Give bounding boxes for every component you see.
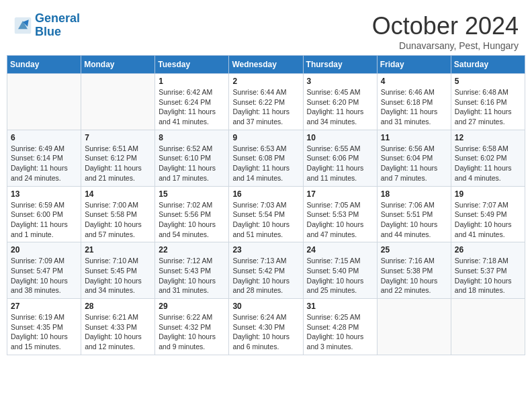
day-number: 9 xyxy=(232,133,299,142)
day-info: Sunrise: 7:05 AMSunset: 5:53 PMDaylight:… xyxy=(307,200,373,240)
day-number: 7 xyxy=(85,133,151,142)
day-number: 10 xyxy=(307,133,373,142)
day-number: 17 xyxy=(307,189,373,199)
calendar-cell: 22Sunrise: 7:12 AMSunset: 5:43 PMDayligh… xyxy=(155,242,229,299)
logo-icon xyxy=(13,16,32,35)
calendar-cell: 4Sunrise: 6:46 AMSunset: 6:18 PMDaylight… xyxy=(377,74,451,130)
logo: General Blue xyxy=(13,12,80,39)
calendar-cell: 29Sunrise: 6:22 AMSunset: 4:32 PMDayligh… xyxy=(155,299,229,355)
logo-text: General Blue xyxy=(35,12,80,39)
day-info: Sunrise: 7:06 AMSunset: 5:51 PMDaylight:… xyxy=(381,200,447,240)
logo-general: General xyxy=(35,11,80,25)
day-number: 20 xyxy=(11,245,77,255)
logo-blue: Blue xyxy=(35,25,61,38)
calendar-week-row: 27Sunrise: 6:19 AMSunset: 4:35 PMDayligh… xyxy=(7,299,525,355)
calendar-cell: 31Sunrise: 6:25 AMSunset: 4:28 PMDayligh… xyxy=(303,299,377,355)
calendar-cell: 21Sunrise: 7:10 AMSunset: 5:45 PMDayligh… xyxy=(81,242,155,299)
day-number: 23 xyxy=(232,245,299,255)
calendar-cell: 7Sunrise: 6:51 AMSunset: 6:12 PMDaylight… xyxy=(81,130,155,186)
weekday-header: Monday xyxy=(81,56,155,74)
calendar-cell xyxy=(377,299,451,355)
calendar-cell: 2Sunrise: 6:44 AMSunset: 6:22 PMDaylight… xyxy=(229,74,303,130)
calendar-cell: 18Sunrise: 7:06 AMSunset: 5:51 PMDayligh… xyxy=(377,186,451,242)
day-info: Sunrise: 6:22 AMSunset: 4:32 PMDaylight:… xyxy=(159,312,225,352)
day-info: Sunrise: 6:24 AMSunset: 4:30 PMDaylight:… xyxy=(232,312,299,352)
day-info: Sunrise: 7:12 AMSunset: 5:43 PMDaylight:… xyxy=(159,256,225,295)
calendar-cell xyxy=(81,74,155,130)
day-number: 19 xyxy=(455,189,521,199)
day-info: Sunrise: 6:42 AMSunset: 6:24 PMDaylight:… xyxy=(159,87,225,127)
day-info: Sunrise: 6:51 AMSunset: 6:12 PMDaylight:… xyxy=(85,144,151,183)
day-number: 28 xyxy=(85,302,151,311)
calendar-week-row: 6Sunrise: 6:49 AMSunset: 6:14 PMDaylight… xyxy=(7,130,525,186)
day-info: Sunrise: 6:25 AMSunset: 4:28 PMDaylight:… xyxy=(307,312,373,352)
day-number: 31 xyxy=(307,302,373,311)
weekday-header: Sunday xyxy=(7,56,81,74)
day-info: Sunrise: 6:56 AMSunset: 6:04 PMDaylight:… xyxy=(381,144,447,183)
calendar-cell: 26Sunrise: 7:18 AMSunset: 5:37 PMDayligh… xyxy=(451,242,525,299)
calendar-body: 1Sunrise: 6:42 AMSunset: 6:24 PMDaylight… xyxy=(7,74,525,355)
day-number: 16 xyxy=(232,189,299,199)
day-info: Sunrise: 6:19 AMSunset: 4:35 PMDaylight:… xyxy=(11,312,77,352)
day-info: Sunrise: 7:15 AMSunset: 5:40 PMDaylight:… xyxy=(307,256,373,295)
day-info: Sunrise: 6:53 AMSunset: 6:08 PMDaylight:… xyxy=(232,144,299,183)
day-info: Sunrise: 6:48 AMSunset: 6:16 PMDaylight:… xyxy=(455,87,521,127)
day-info: Sunrise: 7:13 AMSunset: 5:42 PMDaylight:… xyxy=(232,256,299,295)
day-number: 2 xyxy=(232,77,299,86)
day-number: 13 xyxy=(11,189,77,199)
day-number: 5 xyxy=(455,77,521,86)
day-number: 24 xyxy=(307,245,373,255)
weekday-header: Thursday xyxy=(303,56,377,74)
day-number: 8 xyxy=(159,133,225,142)
day-number: 22 xyxy=(159,245,225,255)
day-info: Sunrise: 6:49 AMSunset: 6:14 PMDaylight:… xyxy=(11,144,77,183)
calendar-cell: 25Sunrise: 7:16 AMSunset: 5:38 PMDayligh… xyxy=(377,242,451,299)
calendar-week-row: 13Sunrise: 6:59 AMSunset: 6:00 PMDayligh… xyxy=(7,186,525,242)
day-info: Sunrise: 7:18 AMSunset: 5:37 PMDaylight:… xyxy=(455,256,521,295)
day-number: 25 xyxy=(381,245,447,255)
weekday-header: Wednesday xyxy=(229,56,303,74)
calendar-week-row: 20Sunrise: 7:09 AMSunset: 5:47 PMDayligh… xyxy=(7,242,525,299)
day-number: 27 xyxy=(11,302,77,311)
day-info: Sunrise: 6:52 AMSunset: 6:10 PMDaylight:… xyxy=(159,144,225,183)
day-info: Sunrise: 7:02 AMSunset: 5:56 PMDaylight:… xyxy=(159,200,225,240)
day-number: 18 xyxy=(381,189,447,199)
calendar-cell: 24Sunrise: 7:15 AMSunset: 5:40 PMDayligh… xyxy=(303,242,377,299)
calendar-cell xyxy=(7,74,81,130)
day-number: 14 xyxy=(85,189,151,199)
day-number: 1 xyxy=(159,77,225,86)
day-number: 30 xyxy=(232,302,299,311)
calendar-cell: 15Sunrise: 7:02 AMSunset: 5:56 PMDayligh… xyxy=(155,186,229,242)
calendar-cell: 20Sunrise: 7:09 AMSunset: 5:47 PMDayligh… xyxy=(7,242,81,299)
calendar-cell: 10Sunrise: 6:55 AMSunset: 6:06 PMDayligh… xyxy=(303,130,377,186)
day-info: Sunrise: 7:16 AMSunset: 5:38 PMDaylight:… xyxy=(381,256,447,295)
weekday-header: Friday xyxy=(377,56,451,74)
day-info: Sunrise: 6:45 AMSunset: 6:20 PMDaylight:… xyxy=(307,87,373,127)
day-info: Sunrise: 6:59 AMSunset: 6:00 PMDaylight:… xyxy=(11,200,77,240)
calendar-cell: 14Sunrise: 7:00 AMSunset: 5:58 PMDayligh… xyxy=(81,186,155,242)
calendar-cell: 13Sunrise: 6:59 AMSunset: 6:00 PMDayligh… xyxy=(7,186,81,242)
calendar-cell: 1Sunrise: 6:42 AMSunset: 6:24 PMDaylight… xyxy=(155,74,229,130)
calendar-cell: 12Sunrise: 6:58 AMSunset: 6:02 PMDayligh… xyxy=(451,130,525,186)
calendar-cell: 19Sunrise: 7:07 AMSunset: 5:49 PMDayligh… xyxy=(451,186,525,242)
title-block: October 2024 Dunavarsany, Pest, Hungary xyxy=(372,12,519,51)
day-info: Sunrise: 6:55 AMSunset: 6:06 PMDaylight:… xyxy=(307,144,373,183)
day-info: Sunrise: 7:10 AMSunset: 5:45 PMDaylight:… xyxy=(85,256,151,295)
calendar-table: SundayMondayTuesdayWednesdayThursdayFrid… xyxy=(7,55,525,355)
day-info: Sunrise: 6:44 AMSunset: 6:22 PMDaylight:… xyxy=(232,87,299,127)
calendar-cell: 3Sunrise: 6:45 AMSunset: 6:20 PMDaylight… xyxy=(303,74,377,130)
day-number: 26 xyxy=(455,245,521,255)
day-info: Sunrise: 6:21 AMSunset: 4:33 PMDaylight:… xyxy=(85,312,151,352)
day-info: Sunrise: 7:07 AMSunset: 5:49 PMDaylight:… xyxy=(455,200,521,240)
day-number: 21 xyxy=(85,245,151,255)
calendar-cell: 30Sunrise: 6:24 AMSunset: 4:30 PMDayligh… xyxy=(229,299,303,355)
calendar-cell: 8Sunrise: 6:52 AMSunset: 6:10 PMDaylight… xyxy=(155,130,229,186)
day-number: 3 xyxy=(307,77,373,86)
calendar-header: SundayMondayTuesdayWednesdayThursdayFrid… xyxy=(7,56,525,74)
day-number: 6 xyxy=(11,133,77,142)
day-number: 4 xyxy=(381,77,447,86)
calendar-cell: 23Sunrise: 7:13 AMSunset: 5:42 PMDayligh… xyxy=(229,242,303,299)
page-header: General Blue October 2024 Dunavarsany, P… xyxy=(7,7,525,55)
calendar-week-row: 1Sunrise: 6:42 AMSunset: 6:24 PMDaylight… xyxy=(7,74,525,130)
day-info: Sunrise: 7:09 AMSunset: 5:47 PMDaylight:… xyxy=(11,256,77,295)
